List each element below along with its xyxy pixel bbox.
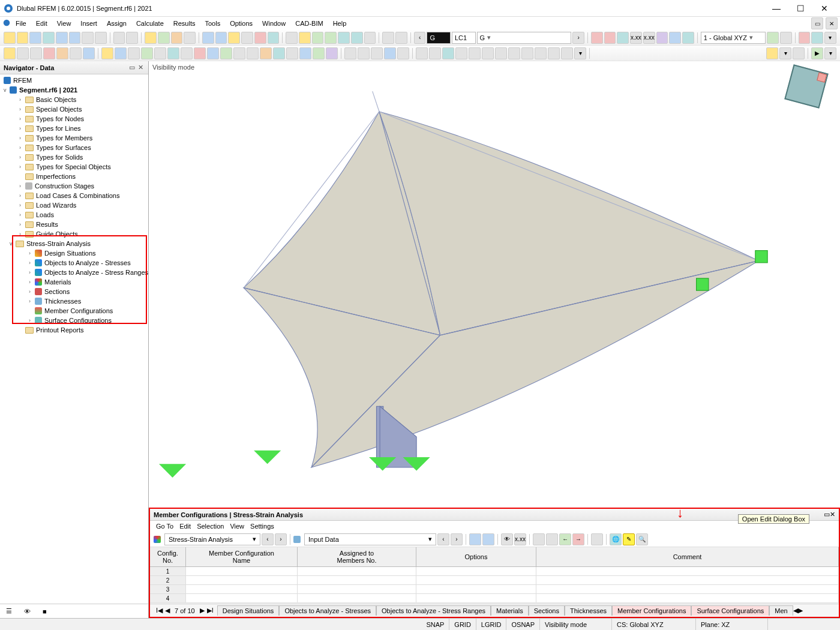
draw10-icon[interactable] <box>220 47 232 59</box>
tree-item[interactable]: ›Types for Special Objects <box>0 162 148 172</box>
close-button[interactable]: ✕ <box>812 1 836 16</box>
tab-analyze-ranges[interactable]: Objects to Analyze - Stress Ranges <box>376 605 491 616</box>
tab-materials[interactable]: Materials <box>491 605 529 616</box>
nav-footer-tree-icon[interactable]: ☰ <box>6 607 12 615</box>
table-row[interactable]: 4 <box>150 594 839 603</box>
status-cs[interactable]: CS: Global XYZ <box>612 619 696 630</box>
draw14-icon[interactable] <box>273 47 285 59</box>
tree-root[interactable]: RFEM <box>0 76 148 85</box>
dd1-icon[interactable]: ▾ <box>824 32 836 44</box>
col-comment[interactable]: Comment <box>536 547 839 566</box>
sel7-icon[interactable] <box>83 47 95 59</box>
script-icon[interactable] <box>766 47 778 59</box>
copy-table-icon[interactable] <box>591 533 603 545</box>
restore-window-icon[interactable]: ▭ <box>811 17 823 29</box>
sel1-icon[interactable] <box>4 47 16 59</box>
draw1-icon[interactable] <box>101 47 113 59</box>
ssa-next-icon[interactable]: › <box>275 533 287 545</box>
tabs-scroll-left-icon[interactable]: ◀ <box>793 607 798 614</box>
navigator-tree[interactable]: RFEM v Segment.rf6 | 2021 ›Basic Objects… <box>0 74 148 604</box>
table-row[interactable]: 3 <box>150 585 839 594</box>
input-prev-icon[interactable]: ‹ <box>437 533 449 545</box>
mem1-icon[interactable] <box>344 47 356 59</box>
mem5-icon[interactable] <box>397 47 409 59</box>
load-case-name[interactable]: G▾ <box>477 32 572 44</box>
menu-cadbim[interactable]: CAD-BIM <box>290 18 328 29</box>
tree-item[interactable]: ›Types for Nodes <box>0 114 148 124</box>
tree-ssa[interactable]: vStress-Strain Analysis <box>0 239 148 248</box>
draw11-icon[interactable] <box>233 47 245 59</box>
tab-overflow[interactable]: Men <box>769 605 793 616</box>
open-edit-dialog-button[interactable]: ✎ <box>623 533 635 545</box>
sup12-icon[interactable] <box>561 47 573 59</box>
res4-icon[interactable]: x.xx <box>630 32 642 44</box>
status-plane[interactable]: Plane: XZ <box>696 619 768 630</box>
sel4-icon[interactable] <box>43 47 55 59</box>
sel3-icon[interactable] <box>30 47 42 59</box>
print-icon[interactable] <box>82 32 94 44</box>
tool-c-icon[interactable] <box>364 32 376 44</box>
calc3-icon[interactable] <box>312 32 324 44</box>
sup10-icon[interactable] <box>535 47 547 59</box>
view2-icon[interactable] <box>215 32 227 44</box>
menu-assign[interactable]: Assign <box>102 18 131 29</box>
draw7-icon[interactable] <box>181 47 193 59</box>
tab-thicknesses[interactable]: Thicknesses <box>565 605 612 616</box>
draw16-icon[interactable] <box>299 47 311 59</box>
box-icon[interactable] <box>811 32 823 44</box>
tool-a-icon[interactable] <box>338 32 350 44</box>
tool-b-icon[interactable] <box>351 32 363 44</box>
minimize-button[interactable]: — <box>764 1 788 16</box>
maximize-button[interactable]: ☐ <box>788 1 812 16</box>
cloud-icon[interactable] <box>43 32 55 44</box>
disp2-icon[interactable] <box>669 32 681 44</box>
view1-icon[interactable] <box>202 32 214 44</box>
tree-item[interactable]: ›Types for Members <box>0 133 148 143</box>
coord-sys-combo[interactable]: 1 - Global XYZ▾ <box>701 32 766 44</box>
sel2-icon[interactable] <box>17 47 29 59</box>
draw12-icon[interactable] <box>247 47 259 59</box>
pager-last-icon[interactable]: ▶I <box>207 607 214 614</box>
tree-ssa-item[interactable]: ›Sections <box>0 287 148 296</box>
tabs-scroll-right-icon[interactable]: ▶ <box>798 607 803 614</box>
sup13-icon[interactable]: ▾ <box>574 47 586 59</box>
pager-next-icon[interactable]: ▶ <box>200 607 205 614</box>
col-assigned-to[interactable]: Assigned toMembers No. <box>298 547 416 566</box>
panel-close-icon[interactable]: ✕ <box>830 511 835 518</box>
tree-ssa-item[interactable]: Member Configurations <box>0 306 148 316</box>
bp-menu-settings[interactable]: Settings <box>250 523 274 530</box>
view5-icon[interactable] <box>254 32 266 44</box>
navigator-pin-icon[interactable]: ▭ <box>128 64 136 71</box>
tree-ssa-item[interactable]: ›Objects to Analyze - Stress Ranges <box>0 268 148 277</box>
menu-insert[interactable]: Insert <box>76 18 102 29</box>
save-icon[interactable] <box>56 32 68 44</box>
draw2-icon[interactable] <box>115 47 127 59</box>
col-member-name[interactable]: Member ConfigurationName <box>186 547 298 566</box>
next-lc-icon[interactable]: › <box>572 32 584 44</box>
draw9-icon[interactable] <box>207 47 219 59</box>
nav-footer-camera-icon[interactable]: ■ <box>43 608 47 615</box>
script-dd-icon[interactable]: ▾ <box>779 47 791 59</box>
tab-design-situations[interactable]: Design Situations <box>217 605 280 616</box>
tree-item[interactable]: Imperfections <box>0 172 148 181</box>
col-config-no[interactable]: Config.No. <box>150 547 186 566</box>
pager-first-icon[interactable]: I◀ <box>156 607 163 614</box>
open-file-icon[interactable] <box>17 32 29 44</box>
wizard2-icon[interactable] <box>158 32 170 44</box>
tree-item[interactable]: ›Types for Solids <box>0 152 148 162</box>
tree-ssa-item[interactable]: ›Surface Configurations <box>0 316 148 325</box>
tree-item[interactable]: ›Load Wizards <box>0 200 148 210</box>
load-case-code[interactable]: LC1 <box>452 32 476 44</box>
search-icon[interactable]: 🔍 <box>636 533 648 545</box>
load-group-combo[interactable]: G <box>427 32 451 44</box>
sup1-icon[interactable] <box>416 47 428 59</box>
play-icon[interactable]: ▶ <box>811 47 823 59</box>
globe-icon[interactable]: 🌐 <box>610 533 622 545</box>
tree-item[interactable]: ›Results <box>0 220 148 229</box>
tab-surface-configurations[interactable]: Surface Configurations <box>691 605 769 616</box>
draw15-icon[interactable] <box>286 47 298 59</box>
bp-menu-selection[interactable]: Selection <box>197 523 224 530</box>
sup5-icon[interactable] <box>469 47 481 59</box>
draw5-icon[interactable] <box>154 47 166 59</box>
status-osnap[interactable]: OSNAP <box>506 619 540 630</box>
